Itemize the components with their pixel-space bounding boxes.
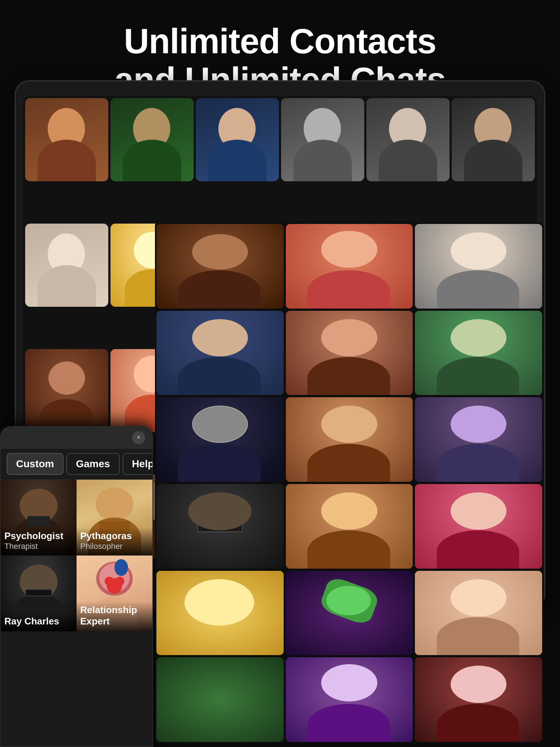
- avatar-item[interactable]: [415, 224, 542, 309]
- avatar-item[interactable]: [415, 311, 542, 395]
- contact-label-ray: Ray Charles: [1, 613, 77, 631]
- avatar-item[interactable]: [196, 98, 279, 181]
- contact-name: Psychologist: [4, 530, 73, 542]
- avatar-item[interactable]: [415, 657, 542, 742]
- contact-sub: Philosopher: [80, 542, 149, 551]
- avatar-item[interactable]: [286, 397, 413, 482]
- avatar-item[interactable]: [156, 657, 284, 742]
- avatar-item[interactable]: [415, 484, 542, 569]
- contact-name: Pythagoras: [80, 530, 149, 542]
- avatar-item[interactable]: [415, 397, 542, 482]
- panel-device: × Custom Games Helpers › Psychologist Th…: [0, 426, 153, 747]
- contact-label-relationship: Relationship Expert: [77, 601, 152, 631]
- tab-games[interactable]: Games: [66, 453, 119, 475]
- avatar-item[interactable]: [286, 657, 413, 742]
- avatar-item[interactable]: [156, 484, 284, 569]
- avatar-item[interactable]: [25, 349, 108, 432]
- avatar-item[interactable]: [286, 484, 413, 569]
- avatar-item[interactable]: [286, 311, 413, 395]
- tab-helpers[interactable]: Helpers: [122, 453, 153, 475]
- contact-label-psychologist: Psychologist Therapist: [1, 527, 77, 556]
- contact-sub: Therapist: [4, 542, 73, 551]
- contact-name: Relationship Expert: [80, 604, 149, 627]
- avatar-item[interactable]: [156, 224, 284, 309]
- avatar-item[interactable]: [25, 224, 108, 307]
- contact-card-relationship-expert[interactable]: Relationship Expert: [77, 556, 152, 631]
- tab-custom[interactable]: Custom: [7, 453, 63, 475]
- avatar-item[interactable]: [452, 98, 535, 181]
- avatar-item[interactable]: [366, 98, 450, 181]
- avatar-item[interactable]: [156, 571, 284, 655]
- contact-label-pythagoras: Pythagoras Philosopher: [77, 527, 152, 556]
- contact-grid: Psychologist Therapist Pythagoras Philos…: [1, 480, 152, 631]
- contact-card-ray-charles[interactable]: Ray Charles: [1, 556, 77, 631]
- avatar-item[interactable]: [110, 98, 194, 181]
- avatar-item[interactable]: [25, 98, 108, 181]
- contact-name: Ray Charles: [4, 616, 73, 627]
- avatar-item[interactable]: [286, 571, 413, 655]
- contact-card-pythagoras[interactable]: Pythagoras Philosopher: [77, 480, 152, 556]
- right-avatar-grid: [155, 222, 544, 743]
- camera: [278, 87, 282, 91]
- category-tabs: Custom Games Helpers ›: [1, 449, 152, 480]
- avatar-item[interactable]: [156, 397, 284, 482]
- panel-header: ×: [1, 427, 152, 449]
- avatar-item[interactable]: [281, 98, 364, 181]
- contact-card-psychologist[interactable]: Psychologist Therapist: [1, 480, 77, 556]
- avatar-item[interactable]: [156, 311, 284, 395]
- avatar-item[interactable]: [286, 224, 413, 309]
- avatar-item[interactable]: [415, 571, 542, 655]
- close-button[interactable]: ×: [132, 431, 145, 444]
